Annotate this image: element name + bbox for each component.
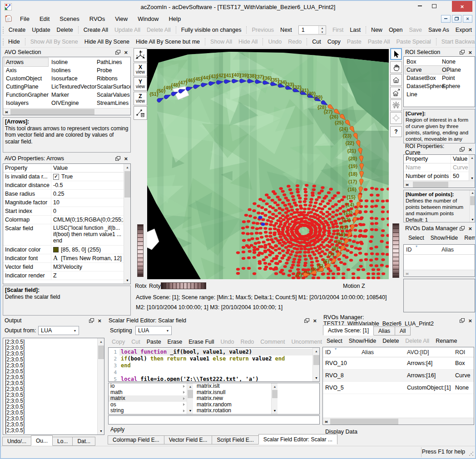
scroll-up-icon[interactable]: ▲ [124, 164, 131, 171]
library-item-math[interactable]: math [109, 390, 187, 396]
scroll-up-icon[interactable]: ▲ [187, 383, 193, 390]
property-value[interactable]: Curve [451, 163, 469, 172]
scrollbar-thumb[interactable] [413, 182, 448, 188]
toolbar-grip[interactable] [3, 39, 4, 45]
toolbar-button-last[interactable]: Last [347, 27, 364, 33]
toolbar-button-copy[interactable]: Copy [324, 39, 344, 45]
function-item-matrix-new[interactable]: matrix.new [195, 395, 271, 402]
pan-tool-button[interactable] [390, 61, 402, 73]
code-line[interactable]: 4 [109, 369, 312, 376]
scrollbar-thumb[interactable] [10, 109, 94, 115]
avo-item-isolines[interactable]: Isolines [50, 66, 98, 74]
horizontal-scrollbar[interactable]: ◀ ▶ [323, 418, 474, 424]
close-panel-icon[interactable]: × [468, 50, 472, 55]
column-header-value[interactable]: Value [51, 164, 124, 172]
scrollbar-thumb[interactable] [313, 355, 319, 365]
property-value[interactable]: A[Times New Roman, 12] [51, 254, 124, 262]
toolbar-button-select[interactable]: Select [405, 235, 427, 241]
toolbar-button-delete[interactable]: Delete [379, 338, 402, 344]
toolbar-button-show-hide[interactable]: Show/Hide [346, 338, 379, 344]
vertical-scrollbar[interactable]: ▲ ▼ [469, 190, 475, 222]
mdi-restore-button[interactable] [452, 15, 461, 23]
roi-properties-titlebar[interactable]: ROI Properties: Curve × [403, 145, 475, 153]
scroll-down-icon[interactable]: ▼ [124, 277, 131, 284]
table-row-rvo-8[interactable]: RVO_8Arrows:[16]Curve [323, 370, 474, 382]
float-panel-icon[interactable] [460, 147, 465, 152]
close-panel-icon[interactable]: × [124, 50, 128, 55]
scroll-right-icon[interactable]: ▶ [3, 109, 10, 115]
property-value[interactable]: 0 [51, 207, 124, 215]
column-header-alias[interactable]: Alias [359, 349, 405, 355]
minimize-button[interactable] [413, 1, 426, 11]
toolbar-button-fully-visible-on-changes[interactable]: Fully visible on changes [178, 27, 245, 33]
menu-rvos[interactable]: RVOs [84, 15, 110, 22]
close-panel-icon[interactable]: × [313, 318, 317, 323]
y-view-button[interactable]: Yview [134, 77, 147, 91]
library-item-os[interactable]: os [109, 402, 187, 408]
scroll-right-icon[interactable]: ▶ [404, 270, 411, 277]
function-item-matrix-rotation[interactable]: matrix.rotation [195, 408, 271, 414]
avo-item-cuttingplane[interactable]: CuttingPlane [5, 83, 50, 91]
vertical-scrollbar[interactable]: ▲ ▼ [97, 338, 104, 434]
toolbar-grip[interactable] [3, 27, 4, 34]
scrollbar-thumb[interactable] [124, 171, 130, 197]
toolbar-button-erase-full[interactable]: Erase Full [185, 339, 217, 345]
avo-item-pathlines[interactable]: PathLines [95, 58, 131, 66]
avo-item-probe[interactable]: Probe [95, 66, 131, 74]
x-view-button[interactable]: Xview [134, 63, 147, 76]
output-tab-lo[interactable]: Lo... [52, 437, 73, 446]
column-header-id[interactable]: ID [323, 349, 359, 355]
scroll-up-icon[interactable]: ▲ [98, 338, 104, 345]
scroll-down-icon[interactable]: ▼ [470, 217, 475, 222]
scroll-down-icon[interactable]: ▼ [272, 407, 278, 414]
float-panel-icon[interactable] [460, 318, 465, 323]
close-panel-icon[interactable]: × [124, 156, 128, 161]
axes-button[interactable]: zxy [134, 48, 147, 62]
viewport-canvas[interactable]: {51}{50}{49}{48}{47}{46}{45}{44}{43}{42}… [147, 49, 389, 279]
roi-item-oplane[interactable]: OPlane [441, 66, 462, 74]
scroll-up-icon[interactable]: ▲ [272, 383, 278, 390]
editor-tab-colormap-field-e[interactable]: Colormap Field E... [108, 435, 164, 444]
avo-item-customobject[interactable]: CustomObject [5, 74, 50, 83]
toolbar-button-create-all[interactable]: Create All [80, 27, 111, 33]
roi-item-none[interactable]: None [441, 58, 462, 66]
scroll-up-icon[interactable]: ▲ [470, 190, 475, 196]
scrollbar-thumb[interactable] [188, 390, 193, 398]
home-view-button[interactable] [390, 74, 402, 86]
scrollbar-thumb[interactable] [272, 390, 278, 398]
property-value[interactable]: M3!Velocity [51, 263, 124, 271]
float-panel-icon[interactable] [304, 318, 309, 323]
editor-tab-script-field-e[interactable]: Script Field E... [212, 435, 258, 444]
toolbar-button-next[interactable]: Next [277, 27, 295, 33]
column-header-property[interactable]: Property [404, 155, 451, 163]
column-header-avo-id[interactable]: AVO:[ID] [405, 349, 453, 355]
toolbar-button-hide-all-by-scene[interactable]: Hide All By Scene [81, 39, 133, 45]
spinner-down-icon[interactable]: ▼ [319, 30, 326, 34]
output-tab-undo[interactable]: Undo/... [2, 437, 31, 446]
right-thumbwheel[interactable] [392, 223, 399, 278]
vertical-scrollbar[interactable]: ▲ ▼ [271, 383, 278, 414]
close-panel-icon[interactable]: × [468, 147, 472, 152]
property-value[interactable]: [85, 85, 0] (255) [51, 246, 124, 254]
library-item-matrix[interactable]: matrix [109, 395, 187, 402]
maximize-button[interactable] [428, 1, 441, 11]
expression-input[interactable] [108, 415, 320, 424]
select-tool-button[interactable] [390, 48, 402, 60]
library-item-string[interactable]: string [109, 408, 187, 414]
rvos-tab-active-scene-1[interactable]: Active Scene: [1] [323, 325, 374, 336]
scripting-language-select[interactable]: LUA ▼ [135, 326, 172, 335]
editor-tab-vector-field-e[interactable]: Vector Field E... [164, 435, 213, 444]
avo-selection-list[interactable]: ◀ ▶ ArrowsAxisCustomObjectCuttingPlaneFu… [3, 57, 131, 115]
rvos-manager-titlebar[interactable]: RVOs Manager: TEST17_WithVariable_Bezier… [322, 316, 475, 325]
toolbar-button-save-as[interactable]: Save As [425, 27, 452, 33]
z-view-button[interactable]: Zview [134, 92, 147, 105]
roi-selection-list[interactable]: BoxCurveDatasetBoxDatasetSphereLineNoneO… [403, 56, 475, 107]
scroll-right-icon[interactable]: ▶ [323, 418, 330, 425]
output-log-list[interactable]: [2;3;0.5][2;3;0.5][2;3;0.5][2;3;0.5][2;3… [3, 338, 104, 435]
scrollbar-thumb[interactable] [330, 419, 398, 424]
toolbar-button-remove[interactable]: Remove [461, 235, 476, 241]
library-list[interactable]: iomathmatrixosstring [109, 383, 187, 414]
toolbar-button-show-hide[interactable]: Show/Hide [427, 235, 461, 241]
avo-item-scalarsurface[interactable]: ScalarSurface [95, 83, 131, 91]
avo-properties-titlebar[interactable]: AVO Properties: Arrows × [3, 154, 131, 163]
